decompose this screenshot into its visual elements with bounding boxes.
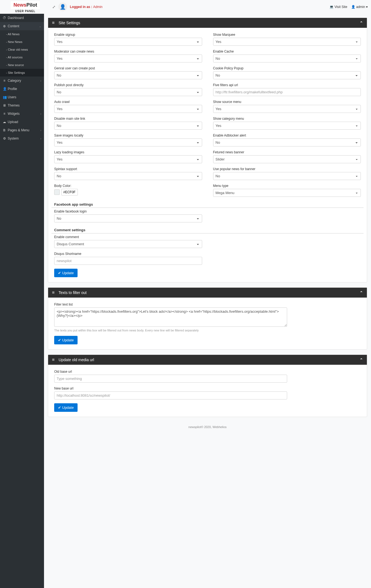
label-fetured-banner: Fetured news banner [213,150,361,154]
panel-title-media: Update old media url [59,358,94,362]
color-swatch[interactable] [54,189,60,195]
bars-icon [52,290,56,295]
section-facebook: Facebook app settings [51,202,364,208]
select-disable-main[interactable]: No [54,122,202,130]
select-enable-cache[interactable]: No [213,55,361,62]
textarea-filter-text[interactable] [54,307,287,327]
collapse-icon[interactable] [360,290,363,295]
nav-system-label: System [8,137,19,140]
select-adblocker[interactable]: No [213,138,361,146]
admin-menu[interactable]: 👤 admin ▾ [351,5,368,9]
label-show-marquee: Show Marquee [213,33,361,37]
nav-all-news[interactable]: - All News [0,30,44,38]
logged-in-label: Logged in as : [70,5,93,9]
select-moderator-create[interactable]: Yes [54,55,202,62]
select-enable-comment[interactable]: Disqus Comment [54,240,202,248]
select-publish-direct[interactable]: No [54,88,202,96]
visit-site-link[interactable]: 💻 Visit Site [329,5,347,9]
nav-content[interactable]: ⊕Content⌄ [0,22,44,30]
label-disqus-short: Disqus Shortname [54,252,202,256]
input-new-base-url[interactable] [54,391,287,399]
nav-all-sources-label: - All sources [6,56,23,59]
nav-upload[interactable]: ☁Upload [0,118,44,126]
select-enable-fb-login[interactable]: No [54,214,202,222]
label-old-base-url: Old base url [54,370,287,374]
help-filter-text: The texts you put within this box will b… [54,329,287,332]
label-enable-fb-login: Enable facebook login [54,209,202,213]
select-auto-crawl[interactable]: Yes [54,105,202,113]
label-body-color: Body Color: [54,184,202,188]
nav-profile-label: Profile [8,87,17,91]
collapse-icon[interactable] [360,21,363,25]
select-cookie-popup[interactable]: No [213,71,361,79]
collapse-icon[interactable] [360,358,363,362]
input-old-base-url[interactable] [54,375,287,383]
select-genral-user[interactable]: No [54,71,202,79]
nav-new-source[interactable]: - New source [0,61,44,69]
select-show-source[interactable]: Yes [213,105,361,113]
nav-themes-label: Themes [8,104,20,107]
section-comments: Comment settings [51,228,364,233]
nav-new-news[interactable]: - New News [0,38,44,46]
nav-clear-old-label: - Clear old news [6,48,28,51]
nav-new-news-label: - New News [6,40,22,43]
nav-site-settings[interactable]: - Site Settings [0,69,44,77]
nav-site-settings-label: - Site Settings [6,71,25,74]
nav-themes[interactable]: 🖥Themes [0,101,44,110]
expand-icon[interactable]: ⤢ [52,5,56,9]
update-button-filter[interactable]: ✔Update [54,336,78,344]
nav-dashboard[interactable]: ⏱Dashboard [0,14,44,22]
chevron-right-icon: › [40,129,41,132]
select-spintax[interactable]: No [54,172,202,180]
label-lazy-loading: Lazy loading images [54,150,202,154]
avatar[interactable]: 👤 [58,2,67,11]
nav-all-sources[interactable]: - All sources [0,53,44,61]
input-five-filters[interactable] [213,88,361,96]
nav-category[interactable]: ≡Category› [0,77,44,85]
nav-users-label: Users [8,95,16,99]
label-save-images: Save images locally [54,134,202,137]
input-body-color[interactable] [61,189,78,195]
update-button-label: Update [62,271,74,275]
label-enable-cache: Enable Cache [213,50,361,53]
label-popular-banner: Use popular news for banner [213,167,361,171]
bars-icon [52,358,56,362]
nav-widgets-label: Widgets [8,112,20,116]
chevron-right-icon: › [40,137,41,140]
select-save-images[interactable]: Yes [54,138,202,146]
nav-widgets[interactable]: ≡Widgets› [0,110,44,118]
nav-content-label: Content [8,24,19,28]
panel-header-settings: Site Settings [48,18,367,28]
logo-news: News [13,2,26,8]
update-button-settings[interactable]: ✔Update [54,269,78,277]
nav-system[interactable]: ⚙System› [0,134,44,143]
label-genral-user: Genral user can create post [54,66,202,70]
select-menu-type[interactable]: Mega Menu [213,189,361,197]
bars-icon [52,21,56,25]
select-show-marquee[interactable]: Yes [213,38,361,46]
select-lazy-loading[interactable]: Yes [54,155,202,163]
select-enable-signup[interactable]: Yes [54,38,202,46]
nav-dashboard-label: Dashboard [8,16,24,20]
visit-site-label: Visit Site [334,5,347,9]
select-popular-banner[interactable]: No [213,172,361,180]
nav-clear-old[interactable]: - Clear old news [0,46,44,53]
label-show-source: Show source menu [213,100,361,104]
nav-users[interactable]: 👥Users [0,93,44,101]
admin-label: admin [356,5,365,9]
nav-upload-label: Upload [8,120,18,124]
nav-profile[interactable]: 👤Profile [0,85,44,93]
logo-sub: USER PANEL [3,10,47,13]
label-publish-direct: Publish post directly [54,83,202,87]
select-fetured-banner[interactable]: Slider [213,155,361,163]
select-show-category[interactable]: Yes [213,122,361,130]
update-button-media[interactable]: ✔Update [54,403,78,412]
nav-pages-menu[interactable]: 🗎Pages & Menu› [0,126,44,134]
label-moderator-create: Moderator can create news [54,50,202,53]
logo-pilot: Pilot [26,2,37,8]
input-disqus-short[interactable] [54,257,202,265]
panel-header-filter: Texts to filter out [48,288,367,298]
nav-category-label: Category [8,79,21,83]
footer-text: newspilot© 2020, Webhelios [48,425,367,434]
panel-title-settings: Site Settings [59,21,80,25]
